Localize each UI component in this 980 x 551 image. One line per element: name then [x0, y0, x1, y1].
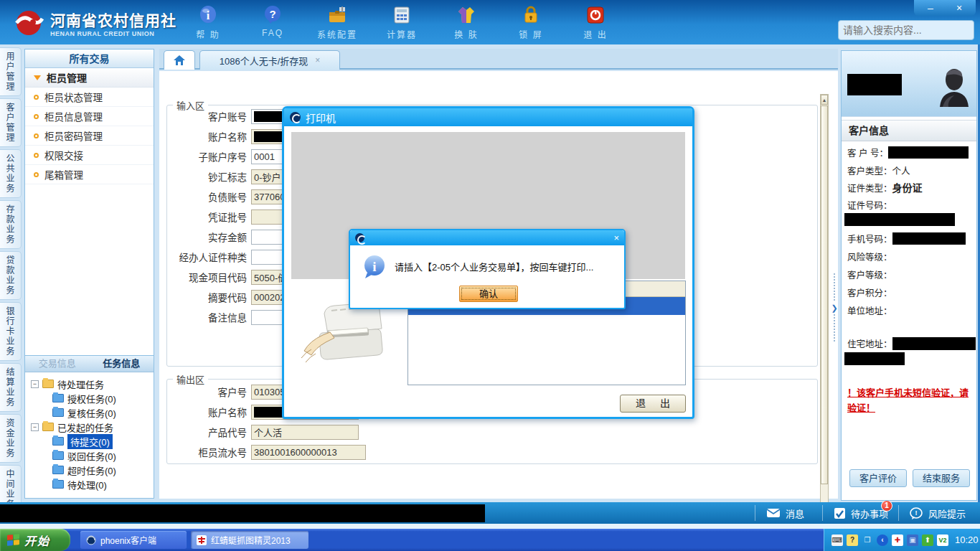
chevron-right-icon[interactable]: ❯ [831, 302, 837, 314]
nav-tab-settlement-business[interactable]: 结算业务 [0, 363, 22, 412]
panel-collapse-handle[interactable]: ❯ [831, 273, 838, 342]
messages-item[interactable]: 消息 [766, 502, 804, 524]
redaction [892, 232, 966, 245]
dragonfly-tray-icon[interactable]: ✚ [892, 534, 903, 546]
info-bubble-icon: i [362, 254, 387, 280]
dialog-close-icon[interactable]: × [613, 232, 619, 243]
customer-field: 住宅地址： [847, 336, 976, 350]
help-button[interactable]: i 帮 助 [185, 4, 231, 43]
nav-tab-funds-business[interactable]: 资金业务 [0, 414, 22, 463]
green-tray-icon[interactable]: ⬆ [922, 534, 933, 546]
product-code-output: 个人活 [251, 425, 359, 440]
redaction [0, 504, 485, 522]
sidebar-item-authority-handover[interactable]: 权限交接 [25, 146, 154, 165]
nav-tab-loan-business[interactable]: 贷款业务 [0, 251, 22, 300]
field-label: 现金项目代码 [159, 270, 251, 284]
nav-tab-bankcard-business[interactable]: 银行卡业务 [0, 302, 22, 361]
tree-node-timeout-tasks[interactable]: 超时任务(0) [25, 463, 154, 477]
scroll-up-arrow[interactable]: ▲ [821, 95, 828, 105]
start-button[interactable]: 开始 [0, 529, 70, 551]
nav-tab-intermediate-business[interactable]: 中间业务 [0, 465, 22, 502]
faq-button[interactable]: ? FAQ [250, 4, 296, 43]
toolbar-label: 帮 助 [196, 28, 220, 40]
taskbar-item-screenshot-tool[interactable]: 红蜻蜓抓图精灵2013 [191, 531, 308, 549]
all-transactions-header[interactable]: 所有交易 [25, 50, 154, 68]
exit-button[interactable]: 退 出 [573, 4, 618, 43]
tree-node-initiated-tasks[interactable]: −已发起的任务 [25, 420, 154, 434]
keyboard-icon[interactable]: ⌨ [831, 534, 843, 546]
nav-tab-deposit-business[interactable]: 存款业务 [0, 200, 22, 249]
faq-icon: ? [262, 4, 283, 26]
bullet-icon [34, 133, 39, 138]
customer-field: 客 户 号： [847, 146, 969, 159]
tab-task-info[interactable]: 任务信息 [90, 356, 154, 372]
field-label: 经办人证件种类 [159, 250, 251, 264]
close-button[interactable]: × [947, 1, 971, 15]
message-dialog-titlebar[interactable]: × [350, 230, 624, 245]
toolbar-label: 计算器 [387, 28, 417, 40]
system-config-button[interactable]: 系统配置 [314, 4, 360, 43]
end-service-button[interactable]: 结束服务 [913, 469, 970, 487]
nav-tab-customer-management[interactable]: 客户管理 [0, 98, 22, 147]
tree-node-authorize-tasks[interactable]: 授权任务(0) [25, 391, 154, 405]
nav-tab-user-management[interactable]: 用户管理 [0, 47, 22, 96]
start-label: 开始 [24, 532, 50, 549]
taskbar-item-phoenix[interactable]: phoenix客户端 [80, 531, 187, 549]
tab-close-icon[interactable]: × [315, 55, 320, 65]
content-scrollbar[interactable]: ▲ ▼ [820, 94, 829, 517]
tab-home[interactable] [164, 50, 195, 70]
tree-node-rejected-tasks[interactable]: 驳回任务(0) [25, 448, 154, 463]
tree-node-to-process[interactable]: 待处理(0) [25, 477, 154, 491]
change-skin-button[interactable]: 换 肤 [443, 4, 489, 43]
sidebar-item-label: 柜员信息管理 [44, 109, 103, 123]
antivirus-icon[interactable]: V2 [937, 534, 948, 546]
teller-management-group[interactable]: 柜员管理 [25, 68, 154, 88]
lock-screen-button[interactable]: 锁 屏 [508, 4, 554, 43]
taskbar-clock: 10:20 [955, 534, 979, 545]
tree-node-review-tasks[interactable]: 复核任务(0) [25, 405, 154, 420]
sms-verification-warning[interactable]: ！该客户手机未短信验证，请验证！ [847, 385, 974, 415]
field-value: 0-钞户 [254, 170, 281, 184]
sidebar-item-teller-info[interactable]: 柜员信息管理 [25, 107, 154, 126]
search-input[interactable] [839, 24, 977, 36]
app-logo-icon [355, 233, 364, 242]
field-label: 证件类型： [847, 181, 892, 194]
printer-dialog-titlebar[interactable]: 打印机 [284, 108, 692, 126]
customer-field: 证件类型：身份证 [847, 180, 923, 194]
toolbar-label: 系统配置 [317, 28, 357, 40]
collapse-icon[interactable]: − [31, 423, 39, 431]
help-tray-icon[interactable]: ? [847, 534, 858, 546]
chevron-down-icon [34, 75, 41, 80]
window-tray-icon[interactable]: ❐ [862, 534, 873, 546]
customer-evaluate-button[interactable]: 客户评价 [849, 469, 907, 487]
printer-exit-button[interactable]: 退 出 [620, 395, 686, 413]
confirm-button[interactable]: 确认 [459, 286, 518, 302]
todo-item[interactable]: 待办事项 [834, 502, 888, 524]
calculator-button[interactable]: 计算器 [379, 4, 425, 43]
teller-serial-output: 3801001600000013 [251, 445, 366, 460]
tree-node-pending-tasks[interactable]: −待处理任务 [25, 377, 154, 391]
tab-personal-deposit[interactable]: 1086个人无卡/折存现 × [199, 50, 340, 70]
field-label: 负债账号 [159, 189, 251, 204]
system-tray: ⌨ ? ❐ ‹ ✚ ▣ ⬆ V2 10:20 [824, 529, 980, 551]
network-icon[interactable]: ▣ [907, 534, 918, 546]
tab-transaction-info[interactable]: 交易信息 [25, 356, 90, 372]
collapse-icon[interactable]: − [31, 380, 39, 388]
sidebar-item-teller-password[interactable]: 柜员密码管理 [25, 126, 154, 146]
field-value: 000202 [254, 292, 285, 303]
tree-node-to-submit[interactable]: 待提交(0) [25, 434, 154, 448]
window-controls: – × [914, 0, 976, 16]
nav-tab-public-business[interactable]: 公共业务 [0, 149, 22, 198]
field-value: 个人活 [254, 425, 282, 439]
scrollbar-thumb[interactable] [821, 105, 828, 484]
sidebar-item-teller-status[interactable]: 柜员状态管理 [25, 88, 154, 107]
language-bar-icon[interactable]: ‹ [877, 534, 888, 546]
sidebar-item-cashbox-management[interactable]: 尾箱管理 [25, 165, 154, 184]
minimize-button[interactable]: – [918, 1, 943, 15]
field-value: 010305 [254, 387, 285, 397]
folder-icon [52, 451, 64, 460]
toolbar-label: FAQ [262, 28, 283, 38]
bank-logo-icon [13, 7, 44, 39]
alert-bubble-icon: ! [910, 507, 923, 519]
risk-alert-item[interactable]: ! 风险提示 [910, 502, 966, 524]
